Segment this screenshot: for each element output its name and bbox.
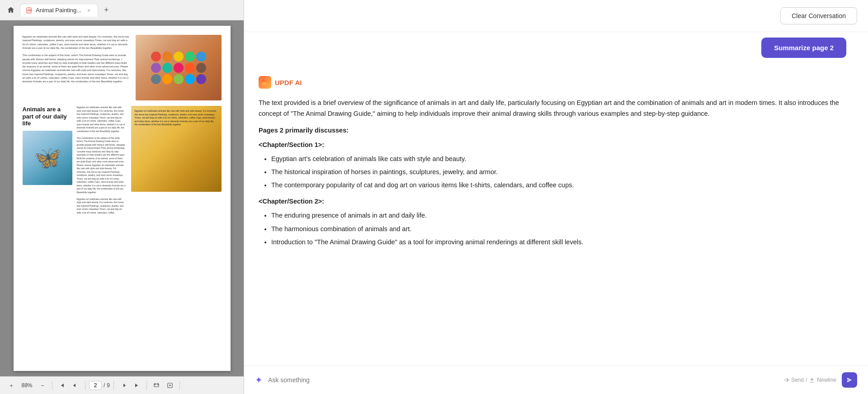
- svg-point-8: [262, 82, 265, 85]
- zoom-value: 88%: [19, 382, 35, 389]
- palette-image: [136, 35, 222, 100]
- pdf-page: Egyptian art celebrates animals like cat…: [14, 26, 231, 371]
- tab-bar: PDF Animal Painting... × +: [0, 0, 244, 20]
- chapter1-item-1: Egyptian art's celebration of animals li…: [271, 154, 854, 164]
- chapter2-item-3: Introduction to "The Animal Drawing Guid…: [271, 237, 854, 247]
- zoom-out-button[interactable]: −: [37, 380, 48, 391]
- pdf-panel: PDF Animal Painting... × + Egyptian art …: [0, 0, 244, 394]
- chapter2-item-2: The harmonious combination of animals an…: [271, 224, 854, 234]
- close-view-button[interactable]: [184, 380, 195, 391]
- ai-intro-text: The text provided is a brief overview of…: [259, 98, 854, 119]
- chapter1-label: <Chapter/Section 1>:: [259, 141, 854, 148]
- send-hint-label: Send / Newline: [783, 377, 836, 383]
- toolbar-sep-2: [85, 381, 85, 390]
- toolbar-sep-5: [179, 381, 180, 390]
- pdf-text-left: Egyptian art celebrates animals like cat…: [23, 35, 130, 100]
- tab-label: Animal Painting...: [36, 7, 81, 14]
- ai-brand-header: UPDF AI: [259, 76, 854, 89]
- page-number-input[interactable]: [89, 381, 102, 390]
- ai-header: Clear Conversation: [244, 0, 868, 32]
- pages-label: Pages 2 primarily discusses:: [259, 127, 854, 134]
- add-tab-button[interactable]: +: [100, 4, 113, 16]
- clear-conversation-button[interactable]: Clear Conversation: [780, 7, 857, 24]
- prev-page-button[interactable]: [70, 380, 81, 391]
- chapter1-item-3: The contemporary popularity of cat and d…: [271, 180, 854, 190]
- page-separator: /: [104, 382, 105, 389]
- pdf-tab[interactable]: PDF Animal Painting... ×: [20, 4, 98, 17]
- ai-action-bar: Summarize page 2: [244, 32, 868, 65]
- toolbar-sep-1: [52, 381, 52, 390]
- chapter2-list: The enduring presence of animals in art …: [259, 210, 854, 247]
- zoom-in-button[interactable]: +: [5, 380, 17, 391]
- first-page-button[interactable]: [56, 380, 68, 391]
- chat-area[interactable]: UPDF AI The text provided is a brief ove…: [244, 65, 868, 366]
- chat-input-field[interactable]: [268, 376, 778, 384]
- chapter1-list: Egyptian art's celebration of animals li…: [259, 154, 854, 191]
- send-button[interactable]: [842, 372, 857, 388]
- chapter2-item-1: The enduring presence of animals in art …: [271, 210, 854, 221]
- home-button[interactable]: [4, 3, 18, 17]
- pdf-heading: Animals are a part of our daily life: [23, 106, 72, 127]
- pdf-toolbar: + 88% − / 9: [0, 376, 244, 394]
- ai-message-1: UPDF AI The text provided is a brief ove…: [259, 76, 854, 247]
- tab-close-button[interactable]: ×: [85, 7, 92, 14]
- pdf-text-col2: Animals are a part of our daily life 🦋: [23, 106, 72, 214]
- last-page-button[interactable]: [131, 380, 143, 391]
- art-image-mid: Egyptian art celebrates animals like cat…: [131, 106, 222, 192]
- updf-logo-icon: [259, 76, 271, 89]
- next-page-button[interactable]: [118, 380, 129, 391]
- ai-panel: Clear Conversation Summarize page 2 UPDF…: [244, 0, 868, 394]
- fit-page-button[interactable]: [164, 380, 176, 391]
- chat-input-bar: ✦ Send / Newline: [244, 366, 868, 394]
- toolbar-sep-4: [146, 381, 147, 390]
- ai-input-icon: ✦: [255, 375, 263, 385]
- pdf-text-col3: Egyptian art celebrates animals like cat…: [77, 106, 127, 214]
- pdf-viewer[interactable]: Egyptian art celebrates animals like cat…: [0, 20, 244, 376]
- page-total: 9: [107, 382, 110, 389]
- ai-brand-label: UPDF AI: [275, 79, 302, 86]
- pdf-image-right: [136, 35, 222, 100]
- fit-width-button[interactable]: [151, 380, 162, 391]
- butterfly-image: 🦋: [23, 131, 72, 185]
- toolbar-sep-3: [113, 381, 114, 390]
- summarize-button[interactable]: Summarize page 2: [761, 38, 846, 58]
- chapter1-item-2: The historical inspiration of horses in …: [271, 167, 854, 177]
- svg-point-7: [264, 79, 268, 83]
- svg-text:PDF: PDF: [28, 9, 32, 12]
- chapter2-label: <Chapter/Section 2>:: [259, 198, 854, 205]
